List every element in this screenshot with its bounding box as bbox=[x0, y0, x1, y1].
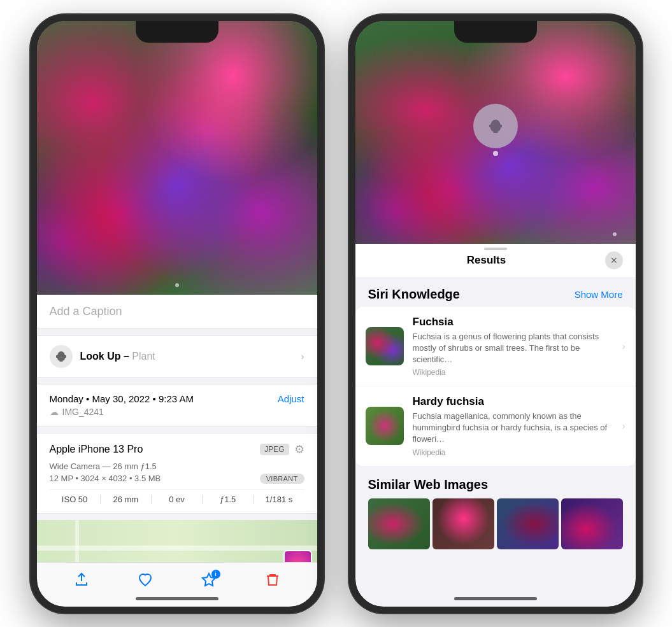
close-button[interactable]: ✕ bbox=[605, 251, 623, 269]
results-panel: Results ✕ Siri Knowledge Show More bbox=[355, 244, 636, 607]
exif-row: ISO 50 26 mm 0 ev ƒ1.5 1/181 s bbox=[50, 489, 304, 504]
exif-ev: 0 ev bbox=[152, 495, 203, 504]
fuchsia-name: Fuchsia bbox=[413, 316, 613, 328]
lookup-label: Look Up – Plant bbox=[80, 351, 155, 362]
hardy-fuchsia-chevron-icon: › bbox=[622, 421, 626, 431]
date-section: Monday • May 30, 2022 • 9:23 AM Adjust ☁… bbox=[37, 384, 317, 426]
format-badge: JPEG bbox=[260, 444, 289, 455]
results-header: Results ✕ bbox=[355, 244, 636, 277]
photo-info-section: Add a Caption Look Up – Plant › bbox=[37, 295, 317, 607]
exif-aperture: ƒ1.5 bbox=[203, 495, 254, 504]
like-button[interactable] bbox=[138, 572, 153, 588]
flower-image bbox=[37, 21, 317, 295]
notch bbox=[136, 21, 218, 43]
knowledge-card: Fuchsia Fuchsia is a genus of flowering … bbox=[355, 307, 636, 466]
lookup-icon bbox=[50, 345, 73, 368]
exif-iso: ISO 50 bbox=[50, 495, 101, 504]
filename: IMG_4241 bbox=[62, 407, 104, 417]
similar-images-title: Similar Web Images bbox=[368, 477, 623, 492]
home-indicator bbox=[136, 597, 218, 600]
hardy-fuchsia-content: Hardy fuchsia Fuchsia magellanica, commo… bbox=[413, 395, 613, 457]
device-section: Apple iPhone 13 Pro JPEG ⚙ Wide Camera —… bbox=[37, 433, 317, 514]
photo-area[interactable] bbox=[37, 21, 317, 295]
exif-focal: 26 mm bbox=[101, 495, 152, 504]
vibrant-badge: VIBRANT bbox=[260, 474, 304, 484]
fuchsia-desc: Fuchsia is a genus of flowering plants t… bbox=[413, 331, 613, 366]
knowledge-item-hardy-fuchsia[interactable]: Hardy fuchsia Fuchsia magellanica, commo… bbox=[355, 386, 636, 466]
resolution-text: 12 MP • 3024 × 4032 • 3.5 MB bbox=[50, 474, 161, 483]
hardy-fuchsia-source: Wikipedia bbox=[413, 448, 613, 457]
siri-dot bbox=[493, 151, 498, 156]
lookup-row[interactable]: Look Up – Plant › bbox=[37, 335, 317, 377]
format-badge-row: JPEG ⚙ bbox=[260, 442, 304, 456]
share-button[interactable] bbox=[74, 572, 89, 588]
similar-image-2[interactable] bbox=[433, 498, 494, 549]
delete-button[interactable] bbox=[265, 572, 280, 588]
results-title: Results bbox=[368, 254, 605, 267]
hardy-fuchsia-desc: Fuchsia magellanica, commonly known as t… bbox=[413, 411, 613, 446]
show-more-button[interactable]: Show More bbox=[575, 289, 623, 300]
page-indicator-2 bbox=[613, 232, 617, 236]
page-indicator bbox=[175, 283, 179, 287]
adjust-button[interactable]: Adjust bbox=[278, 393, 304, 404]
fuchsia-chevron-icon: › bbox=[622, 341, 626, 351]
hardy-fuchsia-thumbnail bbox=[366, 407, 404, 445]
drag-handle[interactable] bbox=[484, 248, 507, 250]
notch-2 bbox=[454, 21, 537, 43]
lookup-chevron-icon: › bbox=[301, 351, 304, 362]
siri-knowledge-title: Siri Knowledge bbox=[368, 287, 460, 302]
caption-placeholder: Add a Caption bbox=[50, 305, 122, 318]
phone-1-screen: Add a Caption Look Up – Plant › bbox=[37, 21, 317, 607]
date-text: Monday • May 30, 2022 • 9:23 AM bbox=[50, 393, 194, 404]
fuchsia-thumb-image bbox=[366, 327, 404, 365]
cloud-icon: ☁ bbox=[50, 407, 59, 417]
siri-knowledge-header: Siri Knowledge Show More bbox=[355, 277, 636, 307]
hardy-fuchsia-thumb-image bbox=[366, 407, 404, 445]
gear-icon[interactable]: ⚙ bbox=[294, 442, 304, 456]
info-button[interactable]: i bbox=[201, 572, 217, 588]
fuchsia-source: Wikipedia bbox=[413, 368, 613, 377]
similar-image-1[interactable] bbox=[368, 498, 430, 549]
exif-shutter: 1/181 s bbox=[254, 495, 304, 504]
map-road-h bbox=[37, 546, 317, 551]
similar-images-grid bbox=[368, 498, 623, 549]
knowledge-item-fuchsia[interactable]: Fuchsia Fuchsia is a genus of flowering … bbox=[355, 307, 636, 387]
home-indicator-2 bbox=[454, 597, 537, 600]
info-badge: i bbox=[211, 570, 220, 579]
hardy-fuchsia-name: Hardy fuchsia bbox=[413, 395, 613, 408]
fuchsia-thumbnail bbox=[366, 327, 404, 365]
phone-2: Results ✕ Siri Knowledge Show More bbox=[349, 15, 642, 613]
photo-area-2[interactable] bbox=[355, 21, 636, 244]
siri-icon[interactable] bbox=[473, 104, 518, 148]
similar-images-section: Similar Web Images bbox=[355, 467, 636, 554]
device-name: Apple iPhone 13 Pro bbox=[50, 444, 143, 455]
caption-field[interactable]: Add a Caption bbox=[37, 295, 317, 329]
phone-2-screen: Results ✕ Siri Knowledge Show More bbox=[355, 21, 636, 607]
camera-specs: Wide Camera — 26 mm ƒ1.5 bbox=[50, 461, 304, 471]
phone-1: Add a Caption Look Up – Plant › bbox=[31, 15, 324, 613]
fuchsia-content: Fuchsia Fuchsia is a genus of flowering … bbox=[413, 316, 613, 377]
similar-image-3[interactable] bbox=[497, 498, 559, 549]
similar-image-4[interactable] bbox=[561, 498, 623, 549]
